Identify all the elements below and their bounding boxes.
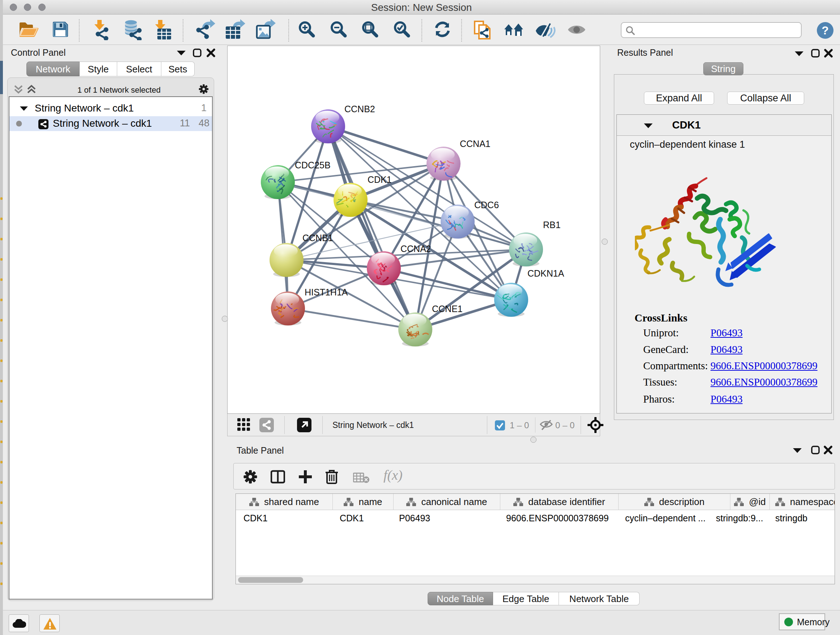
svg-text:CDC25B: CDC25B bbox=[295, 160, 331, 170]
svg-text:CCNA2: CCNA2 bbox=[401, 244, 431, 254]
svg-text:CDKN1A: CDKN1A bbox=[527, 268, 564, 279]
svg-text:HIST1H1A: HIST1H1A bbox=[305, 287, 348, 297]
svg-text:CCNA1: CCNA1 bbox=[460, 139, 491, 149]
svg-text:CCNB2: CCNB2 bbox=[344, 104, 375, 114]
svg-text:?: ? bbox=[821, 24, 829, 37]
svg-text:CDK1: CDK1 bbox=[368, 174, 392, 185]
svg-text:RB1: RB1 bbox=[543, 220, 561, 230]
svg-text:CCNB1: CCNB1 bbox=[302, 233, 333, 243]
svg-text:CCNE1: CCNE1 bbox=[432, 304, 463, 314]
svg-text:CDC6: CDC6 bbox=[474, 200, 499, 210]
